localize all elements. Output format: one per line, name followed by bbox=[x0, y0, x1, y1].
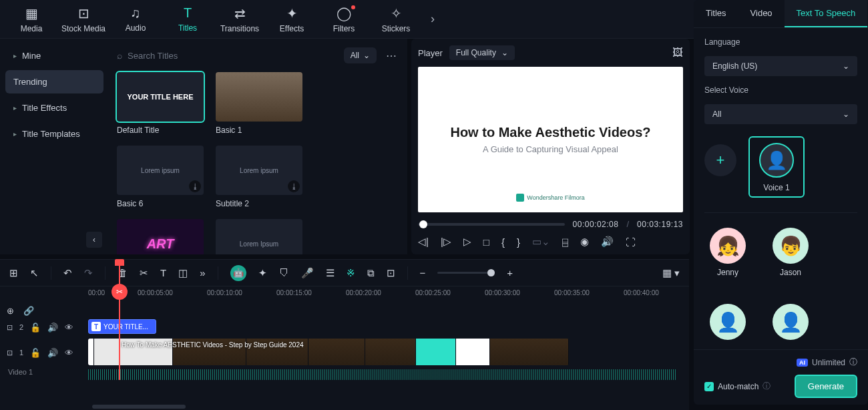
fit-icon[interactable]: ⊡ bbox=[387, 267, 395, 279]
shield-icon[interactable]: ⛉ bbox=[279, 267, 289, 278]
lock-icon[interactable]: 🔓 bbox=[30, 323, 41, 333]
tab-titles[interactable]: Titles bbox=[694, 0, 738, 27]
more-tools-icon[interactable]: » bbox=[200, 267, 205, 278]
sidebar-item-title-templates[interactable]: ▸ Title Templates bbox=[5, 122, 103, 146]
group-icon[interactable]: ⧉ bbox=[367, 267, 375, 279]
language-dropdown[interactable]: English (US) ⌄ bbox=[704, 56, 857, 76]
cut-icon[interactable]: ✂ bbox=[140, 267, 148, 279]
voice-jenny[interactable]: 👧 Jenny bbox=[710, 228, 746, 277]
crop-icon[interactable]: ◫ bbox=[178, 267, 188, 279]
mark-in-icon[interactable]: { bbox=[501, 236, 505, 248]
seek-handle[interactable] bbox=[419, 220, 427, 228]
voice-item-4[interactable]: 👤 bbox=[773, 304, 809, 340]
undo-icon[interactable]: ↶ bbox=[63, 267, 72, 279]
chevron-down-icon: ⌄ bbox=[843, 110, 849, 119]
time-separator: / bbox=[626, 219, 629, 229]
preview-player: Player Full Quality ⌄ 🖼 How to Make Aest… bbox=[411, 39, 690, 254]
redo-icon[interactable]: ↷ bbox=[84, 267, 93, 279]
marker-icon[interactable]: ※ bbox=[347, 267, 355, 279]
generate-button[interactable]: Generate bbox=[795, 375, 857, 398]
next-frame-icon[interactable]: |▷ bbox=[441, 236, 451, 248]
zoom-in-icon[interactable]: + bbox=[507, 267, 513, 278]
ai-tools-icon[interactable]: 🤖 bbox=[230, 265, 246, 281]
ruler-tick: 00:00:05:00 bbox=[138, 289, 173, 296]
play-icon[interactable]: ▷ bbox=[463, 236, 471, 248]
tool-media[interactable]: ▦ Media bbox=[5, 1, 57, 37]
prev-frame-icon[interactable]: ◁| bbox=[418, 236, 429, 248]
title-card-default[interactable]: YOUR TITLE HERE Default Title bbox=[117, 72, 205, 135]
tab-tts[interactable]: Text To Speech bbox=[785, 0, 868, 27]
mark-out-icon[interactable]: } bbox=[517, 236, 520, 248]
fullscreen-icon[interactable]: ⛶ bbox=[626, 236, 636, 248]
view-mode-icon[interactable]: ▦ ▾ bbox=[662, 267, 680, 279]
track-add-icon[interactable]: ⊕ bbox=[7, 306, 14, 316]
seek-bar[interactable] bbox=[418, 223, 565, 226]
voice-filter-dropdown[interactable]: All ⌄ bbox=[704, 104, 857, 124]
time-ruler[interactable]: 00:00 00:00:05:00 00:00:10:00 00:00:15:0… bbox=[0, 286, 689, 304]
title-card-basic6[interactable]: Lorem ipsum⭳ Basic 6 bbox=[117, 146, 205, 208]
title-card-basic1[interactable]: Basic 1 bbox=[216, 72, 304, 135]
display-icon[interactable]: ⌸ bbox=[562, 236, 568, 248]
visibility-icon[interactable]: 👁 bbox=[65, 323, 73, 333]
snapshot-icon[interactable]: 🖼 bbox=[672, 47, 683, 59]
help-icon[interactable]: ⓘ bbox=[763, 381, 771, 392]
title-card-subtitle2[interactable]: Lorem ipsum⭳ Subtitle 2 bbox=[216, 146, 304, 208]
sidebar-item-trending[interactable]: Trending bbox=[5, 70, 103, 93]
playhead[interactable]: ✂ bbox=[119, 260, 120, 380]
tool-transitions[interactable]: ⇄ Transitions bbox=[214, 1, 266, 37]
zoom-handle[interactable] bbox=[487, 269, 495, 276]
text-tool-icon[interactable]: T bbox=[160, 267, 166, 278]
search-field[interactable]: ⌕ bbox=[117, 50, 337, 61]
voice-section-label: Select Voice bbox=[704, 85, 857, 95]
zoom-slider[interactable] bbox=[437, 272, 495, 274]
filter-dropdown[interactable]: All ⌄ bbox=[344, 47, 377, 63]
sparkle-icon[interactable]: ✦ bbox=[258, 267, 267, 279]
help-icon[interactable]: ⓘ bbox=[849, 357, 857, 368]
sidebar-collapse[interactable]: ‹ bbox=[86, 232, 102, 248]
selected-voice-card[interactable]: 👤 Voice 1 bbox=[748, 136, 805, 198]
transport-controls: ◁| |▷ ▷ □ { } ▭⌄ ⌸ ◉ 🔊 ⛶ bbox=[418, 236, 683, 248]
video-clip[interactable]: How To Make AESTHETIC Videos - Step by S… bbox=[88, 339, 569, 365]
zoom-out-icon[interactable]: − bbox=[420, 267, 426, 278]
camera-icon[interactable]: ◉ bbox=[580, 236, 589, 248]
tool-stickers[interactable]: ✧ Stickers bbox=[370, 1, 422, 37]
quality-dropdown[interactable]: Full Quality ⌄ bbox=[449, 45, 515, 60]
stop-icon[interactable]: □ bbox=[483, 236, 489, 248]
mute-icon[interactable]: 🔊 bbox=[47, 348, 58, 358]
scissors-icon[interactable]: ✂ bbox=[112, 284, 128, 300]
title-card-lorem[interactable]: Lorem Ipsum bbox=[216, 219, 304, 254]
time-total: 00:03:19:13 bbox=[637, 220, 683, 229]
audio-icon: ♫ bbox=[131, 5, 141, 21]
layout-icon[interactable]: ⊞ bbox=[9, 267, 18, 279]
preview-viewport[interactable]: How to Make Aesthetic Videos? A Guide to… bbox=[418, 67, 683, 212]
visibility-icon[interactable]: 👁 bbox=[65, 348, 73, 358]
title-clip[interactable]: T YOUR TITLE... bbox=[88, 319, 156, 334]
tool-filters[interactable]: ◯ Filters bbox=[318, 1, 370, 37]
list-icon[interactable]: ☰ bbox=[326, 267, 335, 279]
tool-effects[interactable]: ✦ Effects bbox=[266, 1, 318, 37]
ratio-icon[interactable]: ▭⌄ bbox=[532, 236, 550, 248]
timeline-scrollbar[interactable] bbox=[92, 405, 186, 409]
title-card-art[interactable]: ART bbox=[117, 219, 205, 254]
volume-icon[interactable]: 🔊 bbox=[601, 236, 614, 248]
lock-icon[interactable]: 🔓 bbox=[30, 348, 41, 358]
download-icon[interactable]: ⭳ bbox=[288, 180, 300, 192]
mic-icon[interactable]: 🎤 bbox=[301, 267, 314, 279]
voice-item-3[interactable]: 👤 bbox=[710, 304, 746, 340]
tab-video[interactable]: Video bbox=[738, 0, 785, 27]
sidebar-item-title-effects[interactable]: ▸ Title Effects bbox=[5, 96, 103, 120]
auto-match-checkbox[interactable]: ✓ Auto-match ⓘ bbox=[704, 381, 771, 392]
add-voice-button[interactable]: + bbox=[704, 144, 736, 176]
sidebar-item-mine[interactable]: ▸ Mine bbox=[5, 44, 103, 67]
mute-icon[interactable]: 🔊 bbox=[47, 323, 58, 333]
toolbar-more[interactable]: › bbox=[422, 12, 443, 26]
tool-stock-media[interactable]: ⊡ Stock Media bbox=[57, 1, 110, 37]
tool-audio[interactable]: ♫ Audio bbox=[110, 1, 162, 37]
link-icon[interactable]: 🔗 bbox=[23, 306, 34, 316]
voice-jason[interactable]: 👦 Jason bbox=[773, 228, 809, 277]
tool-titles[interactable]: T Titles bbox=[162, 1, 214, 37]
search-input[interactable] bbox=[128, 51, 248, 61]
select-tool-icon[interactable]: ↖ bbox=[30, 267, 39, 279]
download-icon[interactable]: ⭳ bbox=[189, 180, 201, 192]
more-menu[interactable]: ⋯ bbox=[383, 47, 399, 65]
